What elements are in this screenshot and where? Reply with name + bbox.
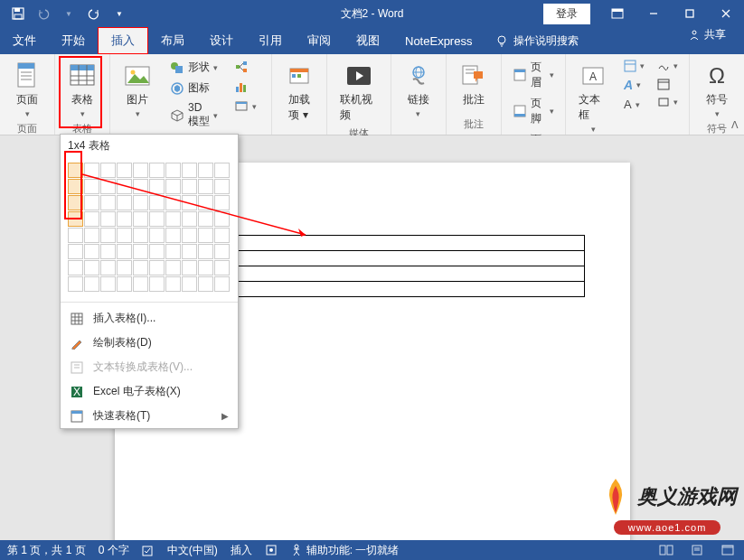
grid-cell[interactable]: [149, 179, 165, 194]
excel-spreadsheet-menuitem[interactable]: X Excel 电子表格(X): [61, 379, 238, 404]
grid-cell[interactable]: [149, 276, 165, 292]
grid-cell[interactable]: [149, 228, 165, 243]
grid-cell[interactable]: [84, 195, 99, 210]
login-button[interactable]: 登录: [543, 4, 590, 24]
table-button[interactable]: 表格 ▾: [61, 58, 104, 122]
grid-cell[interactable]: [182, 211, 197, 227]
screenshot-button[interactable]: ▾: [229, 98, 262, 116]
grid-cell[interactable]: [149, 260, 165, 275]
redo-icon[interactable]: [83, 3, 105, 24]
tab-design[interactable]: 设计: [197, 27, 246, 54]
grid-cell[interactable]: [214, 211, 230, 227]
grid-cell[interactable]: [149, 211, 165, 227]
grid-cell[interactable]: [165, 276, 181, 292]
icons-button[interactable]: 图标: [165, 79, 223, 98]
grid-cell[interactable]: [214, 276, 230, 292]
grid-cell[interactable]: [198, 276, 213, 292]
tell-me-search[interactable]: 操作说明搜索: [485, 27, 589, 54]
grid-cell[interactable]: [117, 244, 132, 259]
tab-noteexpress[interactable]: NoteExpress: [392, 27, 485, 54]
grid-cell[interactable]: [198, 211, 213, 227]
addins-button[interactable]: 加载项 ▾: [278, 58, 321, 126]
grid-cell[interactable]: [214, 163, 230, 178]
grid-cell[interactable]: [182, 179, 197, 194]
insert-table-menuitem[interactable]: 插入表格(I)...: [61, 306, 238, 331]
undo-icon[interactable]: [33, 3, 54, 24]
grid-cell[interactable]: [84, 276, 99, 292]
grid-cell[interactable]: [100, 163, 116, 178]
textbox-button[interactable]: A 文本框 ▾: [571, 58, 615, 137]
grid-cell[interactable]: [165, 211, 181, 227]
grid-cell[interactable]: [117, 276, 132, 292]
status-proofing-icon[interactable]: [142, 544, 155, 556]
chart-button[interactable]: [229, 78, 262, 96]
share-button[interactable]: 共享: [679, 27, 735, 42]
grid-cell[interactable]: [100, 276, 116, 292]
grid-cell[interactable]: [117, 163, 132, 178]
grid-cell[interactable]: [133, 195, 148, 210]
grid-cell[interactable]: [149, 244, 165, 259]
grid-cell[interactable]: [133, 163, 148, 178]
footer-button[interactable]: 页脚▾: [507, 94, 560, 128]
insert-table-grid[interactable]: [61, 157, 238, 298]
header-button[interactable]: 页眉▾: [507, 58, 560, 92]
grid-cell[interactable]: [214, 260, 230, 275]
grid-cell[interactable]: [198, 244, 213, 259]
pages-button[interactable]: 页面 ▾: [5, 58, 49, 122]
object-button[interactable]: ▾: [652, 94, 683, 110]
grid-cell[interactable]: [133, 228, 148, 243]
grid-cell[interactable]: [165, 228, 181, 243]
save-icon[interactable]: [7, 3, 29, 24]
status-macro-icon[interactable]: [265, 544, 278, 556]
tab-layout[interactable]: 布局: [148, 27, 197, 54]
grid-cell[interactable]: [198, 163, 213, 178]
grid-cell[interactable]: [133, 276, 148, 292]
grid-cell[interactable]: [100, 211, 116, 227]
wordart-button[interactable]: A▾: [618, 76, 650, 94]
links-button[interactable]: 链接 ▾: [397, 58, 440, 122]
qat-customize-icon[interactable]: ▼: [108, 3, 130, 24]
status-wordcount[interactable]: 0 个字: [99, 543, 129, 558]
grid-cell[interactable]: [182, 163, 197, 178]
signature-button[interactable]: ▾: [652, 58, 683, 74]
grid-cell[interactable]: [100, 228, 116, 243]
tab-insert[interactable]: 插入: [98, 27, 148, 54]
grid-cell[interactable]: [117, 195, 132, 210]
tab-view[interactable]: 视图: [344, 27, 392, 54]
grid-cell[interactable]: [68, 195, 83, 210]
close-icon[interactable]: [708, 0, 744, 27]
status-mode[interactable]: 插入: [231, 543, 252, 558]
maximize-icon[interactable]: [672, 0, 708, 27]
symbol-button[interactable]: Ω 符号 ▾: [695, 58, 739, 122]
status-accessibility[interactable]: 辅助功能: 一切就绪: [290, 543, 400, 558]
read-mode-icon[interactable]: [657, 543, 675, 557]
grid-cell[interactable]: [198, 228, 213, 243]
collapse-ribbon-icon[interactable]: ᐱ: [731, 119, 739, 131]
comment-button[interactable]: 批注: [452, 58, 495, 111]
draw-table-menuitem[interactable]: 绘制表格(D): [61, 331, 238, 355]
grid-cell[interactable]: [149, 163, 165, 178]
ribbon-display-icon[interactable]: [599, 0, 636, 27]
tab-home[interactable]: 开始: [49, 27, 98, 54]
status-language[interactable]: 中文(中国): [167, 543, 218, 558]
grid-cell[interactable]: [214, 228, 230, 243]
grid-cell[interactable]: [214, 179, 230, 194]
grid-cell[interactable]: [133, 244, 148, 259]
grid-cell[interactable]: [68, 260, 83, 275]
grid-cell[interactable]: [117, 179, 132, 194]
tab-references[interactable]: 引用: [246, 27, 295, 54]
grid-cell[interactable]: [68, 276, 83, 292]
grid-cell[interactable]: [100, 195, 116, 210]
grid-cell[interactable]: [117, 260, 132, 275]
online-video-button[interactable]: 联机视频: [333, 58, 384, 126]
grid-cell[interactable]: [165, 244, 181, 259]
grid-cell[interactable]: [100, 260, 116, 275]
shapes-button[interactable]: 形状▾: [165, 58, 223, 77]
grid-cell[interactable]: [117, 211, 132, 227]
grid-cell[interactable]: [84, 244, 99, 259]
3d-models-button[interactable]: 3D 模型▾: [165, 99, 223, 131]
pictures-button[interactable]: 图片 ▾: [116, 58, 159, 131]
quickparts-button[interactable]: ▾: [618, 58, 650, 74]
minimize-icon[interactable]: [636, 0, 672, 27]
qat-dropdown-icon[interactable]: ▼: [58, 3, 80, 24]
